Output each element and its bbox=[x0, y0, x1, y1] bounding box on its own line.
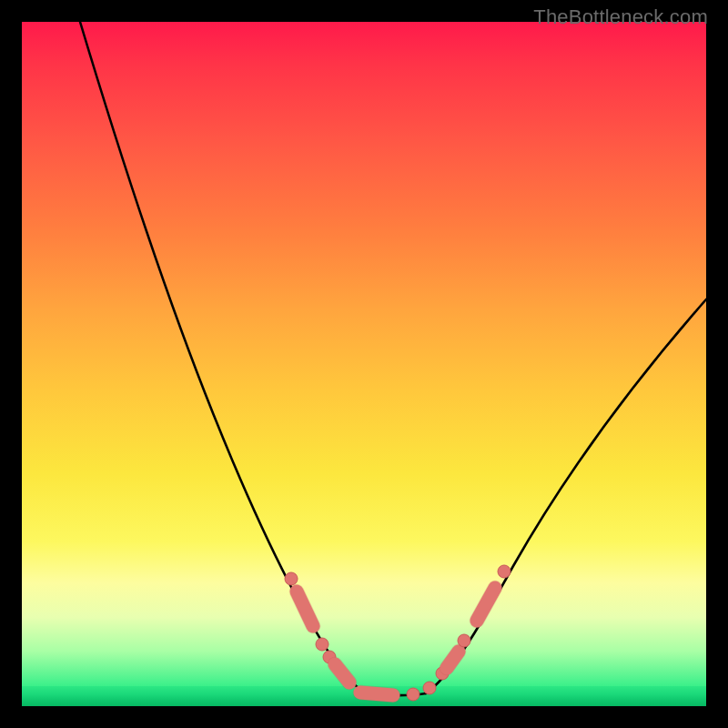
bead-cluster bbox=[285, 565, 511, 701]
bead-dot bbox=[458, 634, 470, 647]
bead-capsule bbox=[360, 693, 393, 695]
bead-capsule bbox=[477, 588, 495, 621]
bead-capsule bbox=[447, 652, 459, 668]
watermark-text: TheBottleneck.com bbox=[533, 5, 708, 29]
curve-left bbox=[80, 22, 366, 693]
outer-frame: TheBottleneck.com bbox=[0, 0, 728, 728]
plot-area bbox=[22, 22, 706, 706]
bead-capsule bbox=[297, 592, 313, 626]
bottleneck-curve bbox=[22, 22, 706, 706]
bead-dot bbox=[285, 572, 298, 585]
bead-dot bbox=[407, 688, 420, 701]
curve-right bbox=[426, 299, 706, 693]
bead-dot bbox=[316, 638, 329, 651]
bead-dot bbox=[423, 682, 436, 694]
bead-dot bbox=[498, 565, 511, 578]
bead-capsule bbox=[335, 664, 349, 682]
